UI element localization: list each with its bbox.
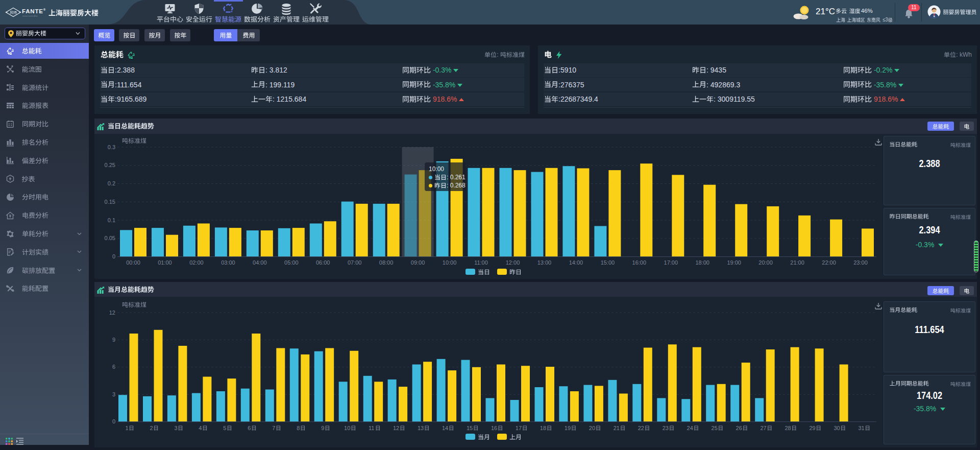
svg-text:8: 8: [297, 425, 300, 431]
svg-text:14: 14: [442, 425, 448, 431]
svg-text:21: 21: [614, 425, 620, 431]
svg-text:12:00: 12:00: [506, 259, 520, 266]
svg-text:26: 26: [736, 425, 742, 431]
svg-text:23:00: 23:00: [853, 259, 868, 266]
svg-text:7: 7: [272, 425, 275, 431]
svg-text:1: 1: [125, 425, 128, 431]
svg-text:03:00: 03:00: [221, 259, 235, 266]
svg-text:17:00: 17:00: [664, 259, 678, 266]
svg-text:28: 28: [785, 425, 791, 431]
svg-text:05:00: 05:00: [284, 259, 299, 266]
svg-text:0.2: 0.2: [108, 180, 115, 186]
svg-text:18:00: 18:00: [695, 259, 709, 266]
svg-text:0.15: 0.15: [105, 199, 115, 205]
svg-text:16:00: 16:00: [632, 259, 647, 266]
svg-text:12: 12: [109, 310, 115, 316]
svg-text:0.3: 0.3: [108, 144, 115, 150]
svg-text:14:00: 14:00: [569, 259, 583, 266]
svg-text:07:00: 07:00: [348, 259, 362, 266]
svg-text:16: 16: [491, 425, 497, 431]
svg-text:10: 10: [344, 425, 350, 431]
svg-text:15:00: 15:00: [601, 259, 615, 266]
svg-text:21:00: 21:00: [790, 259, 804, 266]
svg-text:9: 9: [112, 337, 115, 343]
svg-text:20: 20: [589, 425, 595, 431]
svg-text:4: 4: [199, 425, 202, 431]
svg-text:0: 0: [112, 253, 115, 259]
svg-text:27: 27: [761, 425, 767, 431]
svg-text:6: 6: [248, 425, 251, 431]
svg-text:22:00: 22:00: [822, 259, 836, 266]
svg-text:06:00: 06:00: [316, 259, 330, 266]
svg-text:08:00: 08:00: [379, 259, 394, 266]
svg-text:23: 23: [663, 425, 669, 431]
svg-text:5: 5: [223, 425, 226, 431]
svg-text:19: 19: [565, 425, 571, 431]
svg-text:0: 0: [112, 418, 115, 424]
svg-text:11:00: 11:00: [474, 259, 488, 266]
svg-text:0.1: 0.1: [108, 217, 115, 223]
svg-text:24: 24: [687, 425, 693, 431]
svg-text:20:00: 20:00: [758, 259, 773, 266]
svg-text:00:00: 00:00: [126, 259, 140, 266]
svg-text:3: 3: [112, 391, 115, 397]
svg-text:22: 22: [638, 425, 644, 431]
svg-text:04:00: 04:00: [253, 259, 267, 266]
svg-text:11: 11: [369, 425, 374, 431]
svg-text:2: 2: [150, 425, 153, 431]
svg-text:0.05: 0.05: [105, 235, 115, 241]
svg-text:02:00: 02:00: [189, 259, 204, 266]
svg-text:29: 29: [810, 425, 816, 431]
svg-text:9: 9: [321, 425, 324, 431]
svg-text:3: 3: [174, 425, 177, 431]
svg-text:25: 25: [712, 425, 718, 431]
svg-text:17: 17: [516, 425, 522, 431]
svg-text:13: 13: [418, 425, 424, 431]
svg-text:10:00: 10:00: [443, 259, 457, 266]
svg-text:0.25: 0.25: [105, 162, 115, 168]
svg-text:19:00: 19:00: [727, 259, 741, 266]
svg-text:31: 31: [858, 425, 864, 431]
svg-text:13:00: 13:00: [537, 259, 552, 266]
svg-text:12: 12: [393, 425, 399, 431]
svg-text:18: 18: [540, 425, 546, 431]
svg-text:6: 6: [112, 364, 115, 370]
svg-text:09:00: 09:00: [411, 259, 425, 266]
svg-text:30: 30: [834, 425, 840, 431]
svg-text:15: 15: [467, 425, 473, 431]
svg-text:01:00: 01:00: [158, 259, 172, 266]
